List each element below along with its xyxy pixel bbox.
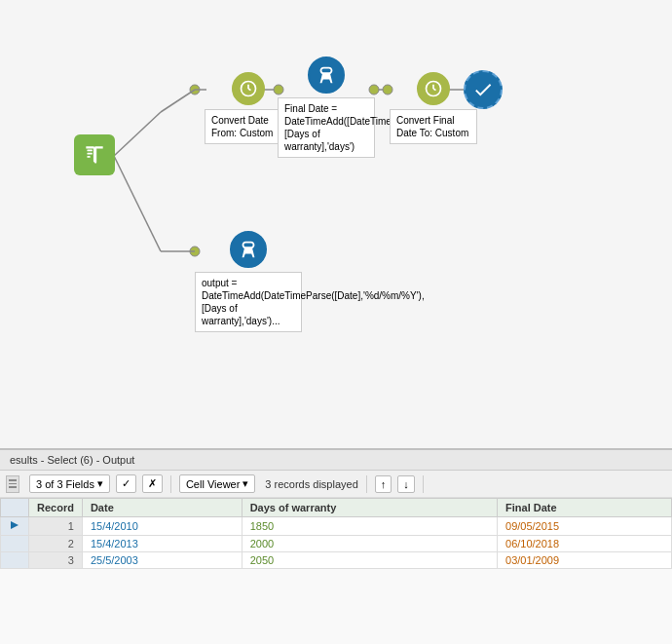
check-icon: [464, 70, 503, 109]
col-header-warranty: Days of warranty: [242, 499, 497, 517]
book-node[interactable]: [74, 134, 115, 175]
cell-viewer-dropdown-icon: ▾: [243, 477, 248, 490]
row-final-3: 03/01/2009: [498, 552, 672, 569]
clock-icon-2: [417, 72, 450, 105]
row-warranty-2: 2000: [242, 536, 497, 552]
row-num-2: 2: [29, 536, 83, 552]
formula-icon-1: [308, 57, 345, 94]
fields-button[interactable]: 3 of 3 Fields ▾: [29, 474, 110, 493]
x-button[interactable]: ✗: [142, 474, 163, 493]
cell-viewer-button[interactable]: Cell Viewer ▾: [179, 474, 255, 493]
row-icon-2: [1, 536, 29, 552]
row-final-2: 06/10/2018: [498, 536, 672, 552]
svg-rect-18: [87, 156, 90, 158]
fields-label: 3 of 3 Fields: [36, 478, 94, 490]
formula-label-2: output = DateTimeAdd(DateTimeParse([Date…: [195, 272, 302, 332]
tab-label: esults - Select (6) - Output: [10, 454, 134, 466]
formula-node-2[interactable]: output = DateTimeAdd(DateTimeParse([Date…: [195, 231, 302, 332]
bottom-panel: esults - Select (6) - Output 3 of 3 Fiel…: [0, 448, 672, 644]
row-num-3: 3: [29, 552, 83, 569]
toolbar-row: 3 of 3 Fields ▾ ✓ ✗ Cell Viewer ▾ 3 reco…: [0, 471, 672, 498]
svg-line-24: [433, 89, 436, 91]
records-displayed: 3 records displayed: [265, 478, 357, 490]
col-header-record: [1, 499, 29, 517]
svg-rect-17: [87, 153, 92, 155]
svg-line-1: [114, 156, 161, 251]
row-icon-1: [1, 517, 29, 536]
up-arrow-button[interactable]: ↑: [375, 475, 392, 493]
divider-1: [170, 475, 171, 493]
svg-line-21: [248, 89, 251, 91]
check-button[interactable]: ✓: [116, 474, 136, 493]
formula-label-1: Final Date = DateTimeAdd([DateTime_Out],…: [278, 97, 375, 158]
row-date-2: 15/4/2013: [82, 536, 242, 552]
svg-point-5: [190, 85, 200, 95]
row-date-3: 25/5/2003: [82, 552, 242, 569]
panel-toggle[interactable]: [6, 475, 19, 493]
panel-tab: esults - Select (6) - Output: [0, 450, 672, 471]
table-row: 1 15/4/2010 1850 09/05/2015: [1, 517, 672, 536]
row-warranty-1: 1850: [242, 517, 497, 536]
divider-2: [366, 475, 367, 493]
divider-3: [423, 475, 424, 493]
row-icon-3: [1, 552, 29, 569]
clock-icon-1: [232, 72, 265, 105]
table-row: 3 25/5/2003 2050 03/01/2009: [1, 552, 672, 569]
svg-marker-25: [11, 521, 19, 529]
book-icon: [74, 134, 115, 175]
data-table: Record Date Days of warranty Final Date …: [0, 498, 672, 569]
convert-date-to-label: Convert Final Date To: Custom: [390, 109, 477, 144]
table-container: Record Date Days of warranty Final Date …: [0, 498, 672, 644]
check-node[interactable]: [464, 70, 503, 109]
svg-line-0: [114, 112, 161, 156]
cell-viewer-label: Cell Viewer: [186, 478, 240, 490]
table-row: 2 15/4/2013 2000 06/10/2018: [1, 536, 672, 552]
svg-line-6: [161, 90, 195, 112]
col-header-final-date: Final Date: [498, 499, 672, 517]
row-date-1: 15/4/2010: [82, 517, 242, 536]
col-header-date: Date: [82, 499, 242, 517]
formula-node-1[interactable]: Final Date = DateTimeAdd([DateTime_Out],…: [278, 57, 375, 158]
row-final-1: 09/05/2015: [498, 517, 672, 536]
svg-rect-16: [87, 150, 92, 152]
down-arrow-button[interactable]: ↓: [397, 475, 415, 493]
workflow-canvas: Convert Date From: Custom Final Date = D…: [0, 0, 672, 448]
row-num-1: 1: [29, 517, 83, 536]
fields-dropdown-icon: ▾: [97, 477, 103, 490]
row-warranty-3: 2050: [242, 552, 497, 569]
formula-icon-2: [230, 231, 267, 268]
col-header-record-num: Record: [29, 499, 83, 517]
